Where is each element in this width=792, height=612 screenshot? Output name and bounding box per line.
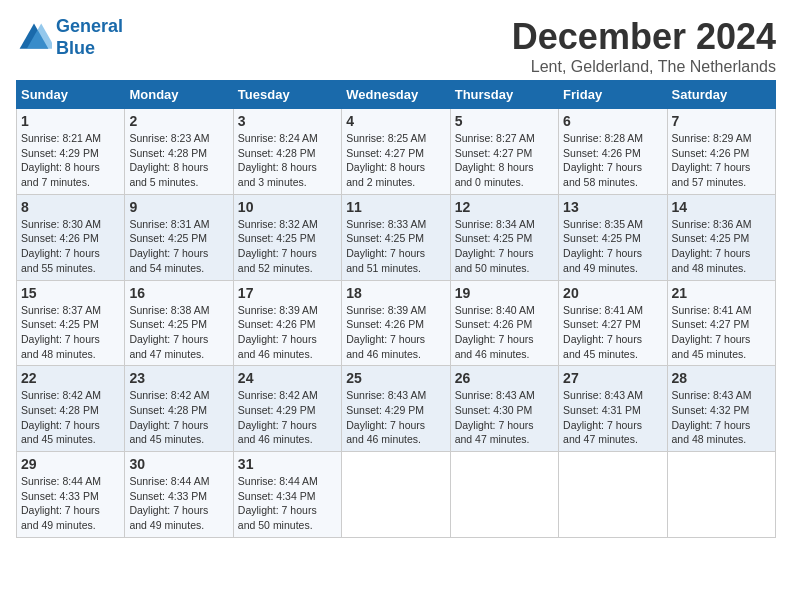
day-detail: Sunrise: 8:43 AMSunset: 4:31 PMDaylight:… <box>563 388 662 447</box>
calendar-cell: 1Sunrise: 8:21 AMSunset: 4:29 PMDaylight… <box>17 109 125 195</box>
day-detail: Sunrise: 8:21 AMSunset: 4:29 PMDaylight:… <box>21 131 120 190</box>
calendar-cell: 2Sunrise: 8:23 AMSunset: 4:28 PMDaylight… <box>125 109 233 195</box>
main-title: December 2024 <box>512 16 776 58</box>
calendar-cell: 21Sunrise: 8:41 AMSunset: 4:27 PMDayligh… <box>667 280 775 366</box>
col-header-friday: Friday <box>559 81 667 109</box>
day-number: 8 <box>21 199 120 215</box>
calendar-cell: 13Sunrise: 8:35 AMSunset: 4:25 PMDayligh… <box>559 194 667 280</box>
calendar-table: SundayMondayTuesdayWednesdayThursdayFrid… <box>16 80 776 538</box>
day-number: 29 <box>21 456 120 472</box>
day-detail: Sunrise: 8:37 AMSunset: 4:25 PMDaylight:… <box>21 303 120 362</box>
col-header-tuesday: Tuesday <box>233 81 341 109</box>
day-number: 4 <box>346 113 445 129</box>
calendar-cell: 28Sunrise: 8:43 AMSunset: 4:32 PMDayligh… <box>667 366 775 452</box>
calendar-cell: 16Sunrise: 8:38 AMSunset: 4:25 PMDayligh… <box>125 280 233 366</box>
calendar-cell: 22Sunrise: 8:42 AMSunset: 4:28 PMDayligh… <box>17 366 125 452</box>
day-detail: Sunrise: 8:41 AMSunset: 4:27 PMDaylight:… <box>672 303 771 362</box>
day-number: 22 <box>21 370 120 386</box>
day-detail: Sunrise: 8:43 AMSunset: 4:29 PMDaylight:… <box>346 388 445 447</box>
day-number: 25 <box>346 370 445 386</box>
day-detail: Sunrise: 8:39 AMSunset: 4:26 PMDaylight:… <box>238 303 337 362</box>
day-detail: Sunrise: 8:31 AMSunset: 4:25 PMDaylight:… <box>129 217 228 276</box>
calendar-cell: 31Sunrise: 8:44 AMSunset: 4:34 PMDayligh… <box>233 452 341 538</box>
day-detail: Sunrise: 8:32 AMSunset: 4:25 PMDaylight:… <box>238 217 337 276</box>
day-detail: Sunrise: 8:30 AMSunset: 4:26 PMDaylight:… <box>21 217 120 276</box>
day-detail: Sunrise: 8:42 AMSunset: 4:28 PMDaylight:… <box>21 388 120 447</box>
day-number: 17 <box>238 285 337 301</box>
col-header-monday: Monday <box>125 81 233 109</box>
day-detail: Sunrise: 8:41 AMSunset: 4:27 PMDaylight:… <box>563 303 662 362</box>
calendar-cell: 7Sunrise: 8:29 AMSunset: 4:26 PMDaylight… <box>667 109 775 195</box>
calendar-cell: 17Sunrise: 8:39 AMSunset: 4:26 PMDayligh… <box>233 280 341 366</box>
day-detail: Sunrise: 8:36 AMSunset: 4:25 PMDaylight:… <box>672 217 771 276</box>
day-number: 19 <box>455 285 554 301</box>
day-detail: Sunrise: 8:42 AMSunset: 4:28 PMDaylight:… <box>129 388 228 447</box>
day-number: 6 <box>563 113 662 129</box>
calendar-cell <box>667 452 775 538</box>
logo-general: General <box>56 16 123 36</box>
day-number: 3 <box>238 113 337 129</box>
day-number: 9 <box>129 199 228 215</box>
day-detail: Sunrise: 8:23 AMSunset: 4:28 PMDaylight:… <box>129 131 228 190</box>
day-number: 28 <box>672 370 771 386</box>
day-number: 11 <box>346 199 445 215</box>
day-detail: Sunrise: 8:34 AMSunset: 4:25 PMDaylight:… <box>455 217 554 276</box>
day-detail: Sunrise: 8:35 AMSunset: 4:25 PMDaylight:… <box>563 217 662 276</box>
calendar-cell: 15Sunrise: 8:37 AMSunset: 4:25 PMDayligh… <box>17 280 125 366</box>
day-number: 15 <box>21 285 120 301</box>
day-detail: Sunrise: 8:38 AMSunset: 4:25 PMDaylight:… <box>129 303 228 362</box>
calendar-cell: 29Sunrise: 8:44 AMSunset: 4:33 PMDayligh… <box>17 452 125 538</box>
day-detail: Sunrise: 8:27 AMSunset: 4:27 PMDaylight:… <box>455 131 554 190</box>
day-detail: Sunrise: 8:40 AMSunset: 4:26 PMDaylight:… <box>455 303 554 362</box>
day-detail: Sunrise: 8:42 AMSunset: 4:29 PMDaylight:… <box>238 388 337 447</box>
calendar-cell: 4Sunrise: 8:25 AMSunset: 4:27 PMDaylight… <box>342 109 450 195</box>
day-number: 13 <box>563 199 662 215</box>
calendar-cell: 25Sunrise: 8:43 AMSunset: 4:29 PMDayligh… <box>342 366 450 452</box>
logo-blue: Blue <box>56 38 95 58</box>
col-header-saturday: Saturday <box>667 81 775 109</box>
day-number: 31 <box>238 456 337 472</box>
day-number: 2 <box>129 113 228 129</box>
day-number: 18 <box>346 285 445 301</box>
day-number: 14 <box>672 199 771 215</box>
calendar-cell: 5Sunrise: 8:27 AMSunset: 4:27 PMDaylight… <box>450 109 558 195</box>
calendar-cell: 23Sunrise: 8:42 AMSunset: 4:28 PMDayligh… <box>125 366 233 452</box>
calendar-cell: 20Sunrise: 8:41 AMSunset: 4:27 PMDayligh… <box>559 280 667 366</box>
day-detail: Sunrise: 8:44 AMSunset: 4:34 PMDaylight:… <box>238 474 337 533</box>
day-number: 16 <box>129 285 228 301</box>
day-detail: Sunrise: 8:39 AMSunset: 4:26 PMDaylight:… <box>346 303 445 362</box>
day-detail: Sunrise: 8:43 AMSunset: 4:32 PMDaylight:… <box>672 388 771 447</box>
day-detail: Sunrise: 8:28 AMSunset: 4:26 PMDaylight:… <box>563 131 662 190</box>
day-detail: Sunrise: 8:24 AMSunset: 4:28 PMDaylight:… <box>238 131 337 190</box>
calendar-cell: 27Sunrise: 8:43 AMSunset: 4:31 PMDayligh… <box>559 366 667 452</box>
day-number: 5 <box>455 113 554 129</box>
day-detail: Sunrise: 8:44 AMSunset: 4:33 PMDaylight:… <box>21 474 120 533</box>
title-area: December 2024 Lent, Gelderland, The Neth… <box>512 16 776 76</box>
day-detail: Sunrise: 8:43 AMSunset: 4:30 PMDaylight:… <box>455 388 554 447</box>
day-detail: Sunrise: 8:33 AMSunset: 4:25 PMDaylight:… <box>346 217 445 276</box>
day-detail: Sunrise: 8:44 AMSunset: 4:33 PMDaylight:… <box>129 474 228 533</box>
col-header-wednesday: Wednesday <box>342 81 450 109</box>
col-header-sunday: Sunday <box>17 81 125 109</box>
calendar-cell: 11Sunrise: 8:33 AMSunset: 4:25 PMDayligh… <box>342 194 450 280</box>
day-number: 20 <box>563 285 662 301</box>
calendar-cell: 3Sunrise: 8:24 AMSunset: 4:28 PMDaylight… <box>233 109 341 195</box>
calendar-cell: 30Sunrise: 8:44 AMSunset: 4:33 PMDayligh… <box>125 452 233 538</box>
calendar-cell: 12Sunrise: 8:34 AMSunset: 4:25 PMDayligh… <box>450 194 558 280</box>
day-number: 12 <box>455 199 554 215</box>
day-detail: Sunrise: 8:29 AMSunset: 4:26 PMDaylight:… <box>672 131 771 190</box>
day-number: 30 <box>129 456 228 472</box>
day-number: 26 <box>455 370 554 386</box>
calendar-cell <box>450 452 558 538</box>
calendar-cell: 18Sunrise: 8:39 AMSunset: 4:26 PMDayligh… <box>342 280 450 366</box>
day-number: 23 <box>129 370 228 386</box>
calendar-cell: 26Sunrise: 8:43 AMSunset: 4:30 PMDayligh… <box>450 366 558 452</box>
day-number: 21 <box>672 285 771 301</box>
day-number: 24 <box>238 370 337 386</box>
calendar-cell: 19Sunrise: 8:40 AMSunset: 4:26 PMDayligh… <box>450 280 558 366</box>
day-number: 1 <box>21 113 120 129</box>
logo-icon <box>16 20 52 56</box>
calendar-cell: 9Sunrise: 8:31 AMSunset: 4:25 PMDaylight… <box>125 194 233 280</box>
calendar-cell <box>559 452 667 538</box>
calendar-cell: 6Sunrise: 8:28 AMSunset: 4:26 PMDaylight… <box>559 109 667 195</box>
